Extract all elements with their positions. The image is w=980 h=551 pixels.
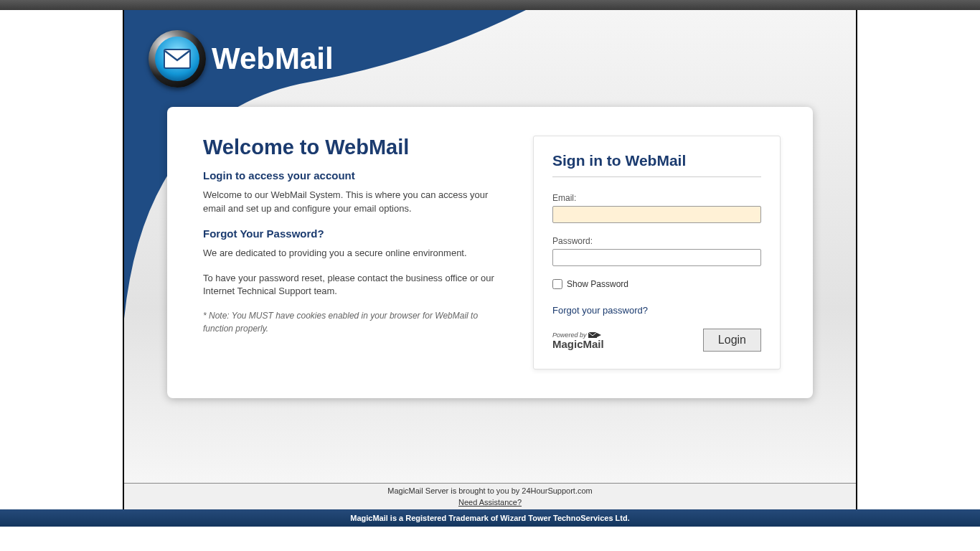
app-container: WebMail Welcome to WebMail Login to acce… [123,10,857,509]
show-password-checkbox[interactable] [552,279,562,289]
login-box: Sign in to WebMail Email: Password: Show… [533,136,781,369]
forgot-heading: Forgot Your Password? [203,227,504,240]
password-label: Password: [552,236,761,246]
main-panel: Welcome to WebMail Login to access your … [167,107,813,398]
login-subtitle: Login to access your account [203,169,504,182]
login-title: Sign in to WebMail [552,152,761,177]
intro-text: Welcome to our WebMail System. This is w… [203,189,504,216]
envelope-icon [164,49,191,69]
show-password-label: Show Password [567,279,628,289]
logo-icon [149,30,206,88]
forgot-text-1: We are dedicated to providing you a secu… [203,247,504,260]
email-field[interactable] [552,206,761,223]
footer-light: MagicMail Server is brought to you by 24… [124,483,856,509]
login-column: Sign in to WebMail Email: Password: Show… [533,136,781,369]
top-bar [0,0,980,10]
email-label: Email: [552,193,761,203]
logo-text: WebMail [212,42,334,76]
welcome-column: Welcome to WebMail Login to access your … [203,136,504,369]
need-assistance-link[interactable]: Need Assistance? [458,498,522,507]
cookie-note: * Note: You MUST have cookies enabled in… [203,310,504,335]
forgot-text-2: To have your password reset, please cont… [203,272,504,299]
powered-by: Powered by MagicMail [552,331,604,349]
trademark-text: MagicMail is a Registered Trademark of W… [350,514,630,522]
page-title: Welcome to WebMail [203,136,504,159]
logo: WebMail [149,30,334,88]
show-password-row: Show Password [552,279,761,289]
footer-brought: MagicMail Server is brought to you by 24… [124,486,856,495]
login-footer: Powered by MagicMail Login [552,329,761,352]
footer-dark: MagicMail is a Registered Trademark of W… [0,509,980,527]
password-field[interactable] [552,249,761,266]
forgot-password-link[interactable]: Forgot your password? [552,305,648,316]
login-button[interactable]: Login [703,329,761,352]
header: WebMail [124,10,856,96]
